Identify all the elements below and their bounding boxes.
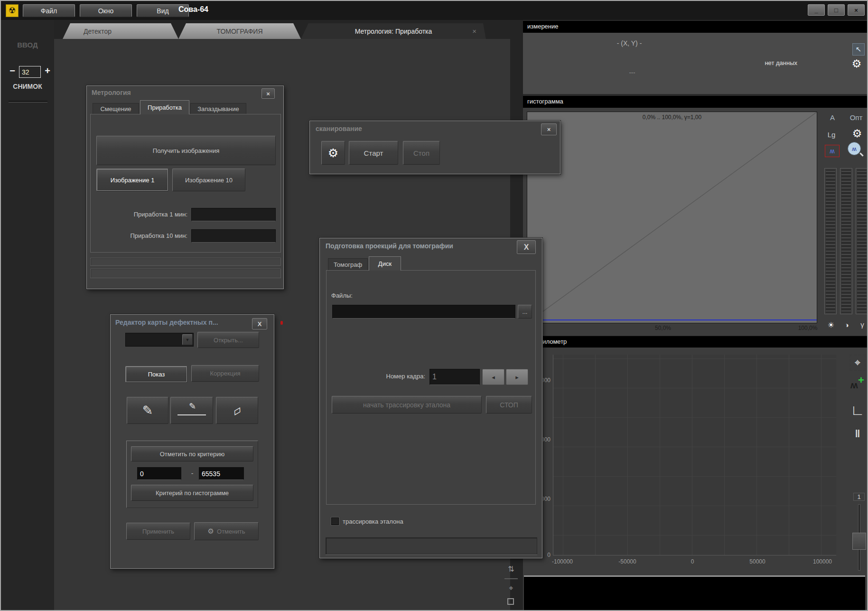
preparation-tab-tomograph[interactable]: Томограф (328, 258, 368, 271)
pencil-icon: ✎ (142, 403, 153, 418)
x-tick-1: -50000 (608, 558, 646, 565)
gear-icon[interactable]: ⚙ (849, 56, 864, 71)
files-input[interactable] (332, 305, 515, 319)
erase-line-tool-button[interactable]: ✎ (170, 397, 213, 424)
start-trace-button[interactable]: начать трассировку эталона (332, 396, 482, 414)
gamma-slider[interactable] (856, 168, 868, 314)
metrology-tab-offset[interactable]: Смещение (93, 103, 139, 114)
brightness-slider[interactable] (824, 168, 837, 314)
levels-icon[interactable]: ⇅ (504, 563, 518, 575)
next-frame-button[interactable]: ▸ (506, 369, 528, 385)
defect-editor-close-button[interactable]: X (252, 318, 267, 329)
map-combobox[interactable]: ▼ (125, 333, 194, 347)
image-1-button[interactable]: Изображение 1 (96, 169, 168, 191)
prev-frame-button[interactable]: ◂ (482, 369, 504, 385)
runin-10-input[interactable] (191, 229, 276, 243)
lut-line (527, 112, 817, 323)
runin-1-label: Приработка 1 мин: (96, 211, 187, 218)
open-map-button[interactable]: Открыть... (197, 332, 259, 348)
add-curve-icon[interactable]: ʍ + (849, 376, 866, 394)
markers-icon[interactable]: ‖ (849, 424, 866, 443)
metrology-dialog-title: Метрология (92, 89, 131, 96)
scan-stop-button[interactable]: Стоп (403, 141, 440, 165)
preparation-tab-disk[interactable]: Диск (369, 256, 401, 271)
cursor-icon[interactable]: ↖ (852, 43, 865, 56)
dropdown-icon[interactable]: ▼ (182, 334, 193, 345)
mark-by-criterion-button[interactable]: Отметить по критерию (131, 446, 253, 461)
x-tick-0: -100000 (543, 558, 581, 565)
tab-metrology[interactable]: Метрология: Приработка × (301, 23, 486, 39)
mode-lg-toggle[interactable]: Lg (825, 131, 838, 139)
metrology-tab-runin[interactable]: Приработка (140, 100, 189, 114)
scanning-close-button[interactable]: × (541, 123, 557, 135)
cancel-button[interactable]: ⚙ Отменить (194, 522, 259, 540)
hist-tick-50: 50,0% (642, 325, 684, 331)
x-tick-2: 0 (673, 558, 711, 565)
tab-tomography[interactable]: ТОМОГРАФИЯ (178, 23, 301, 39)
crosshair-icon[interactable]: ⌖ (504, 582, 518, 594)
fit-view-icon[interactable]: ⌖ (849, 355, 866, 371)
minimize-button[interactable]: _ (808, 4, 825, 16)
profilometer-panel-header: профилометр (523, 336, 867, 348)
trace-checkbox-label: трассировка эталона (343, 518, 403, 525)
gear-icon: ⚙ (328, 146, 338, 160)
cancel-gear-icon: ⚙ (208, 527, 214, 536)
snapshot-label: СНИМОК (1, 83, 54, 90)
runin-1-input[interactable] (191, 208, 276, 221)
metrology-close-button[interactable]: × (261, 88, 275, 99)
hist-tick-100: 100,0% (789, 325, 827, 331)
no-data-label: нет данных (740, 59, 797, 66)
preparation-close-button[interactable]: X (517, 240, 536, 254)
measurement-panel: - (X, Y) - нет данных --- ↖ ⚙ (523, 33, 867, 94)
eraser-icon: ▱ (230, 403, 244, 418)
criterion-by-histogram-button[interactable]: Критерий по гистограмме (131, 485, 253, 501)
histogram-zoom-icon[interactable]: ʍ (848, 142, 864, 158)
trace-stop-button[interactable]: СТОП (486, 396, 532, 414)
menu-window-button[interactable]: Окно (80, 4, 132, 17)
close-button[interactable]: × (848, 4, 865, 16)
histogram-plot[interactable]: 0,0% .. 100,0%, γ=1,00 (527, 112, 817, 323)
menu-file-button[interactable]: Файл (23, 4, 75, 17)
snapshot-minus-button[interactable]: − (7, 66, 18, 76)
mode-a-toggle[interactable]: А (827, 113, 838, 122)
get-images-button[interactable]: Получить изображения (96, 136, 276, 165)
show-button[interactable]: Показ (125, 366, 187, 383)
maximize-button[interactable]: □ (828, 4, 845, 16)
main-tab-strip: Детектор ТОМОГРАФИЯ Метрология: Приработ… (54, 20, 513, 39)
metrology-tab-lag[interactable]: Запаздывание (190, 103, 246, 114)
histogram-gear-icon[interactable]: ⚙ (850, 127, 864, 140)
histogram-panel: 0,0% .. 100,0%, γ=1,00 50,0% 100,0% А Оп… (523, 108, 867, 336)
apply-button[interactable]: Применить (126, 523, 190, 540)
scanning-settings-button[interactable]: ⚙ (321, 141, 345, 165)
scale-slider-handle[interactable] (852, 533, 866, 550)
title-bar: ☢ Файл Окно Вид Сова-64 _ □ × (1, 1, 867, 20)
snapshot-plus-button[interactable]: + (42, 66, 53, 76)
histogram-curve-icon[interactable]: ʍ (825, 145, 840, 157)
right-arrow-icon: ▸ (515, 374, 519, 381)
small-pencil-icon: ✎ (189, 401, 196, 412)
range-from-input[interactable] (137, 467, 181, 480)
image-10-button[interactable]: Изображение 10 (172, 169, 245, 191)
browse-button[interactable]: ... (518, 305, 532, 319)
trace-checkbox[interactable] (331, 517, 339, 525)
contrast-slider[interactable] (840, 168, 852, 314)
square-icon[interactable] (507, 598, 514, 605)
scanning-dialog: сканирование × ⚙ Старт Стоп (309, 121, 560, 174)
contrast-icon: ◑ (841, 321, 852, 329)
frame-number-input[interactable] (429, 369, 480, 385)
snapshot-count-input[interactable] (19, 66, 41, 78)
tab-detector[interactable]: Детектор (63, 23, 178, 39)
plus-icon: + (858, 374, 864, 386)
axes-icon[interactable]: ∟ (849, 401, 866, 420)
app-window: ☢ Файл Окно Вид Сова-64 _ □ × ВВОД − + С… (0, 0, 868, 611)
range-dash: - (186, 470, 199, 477)
range-to-input[interactable] (199, 467, 244, 480)
correction-button[interactable]: Коррекция (191, 365, 259, 382)
close-tab-icon[interactable]: × (472, 27, 476, 35)
profilometer-plot[interactable] (553, 355, 836, 555)
eraser-tool-button[interactable]: ▱ (216, 397, 258, 424)
toolbar-divider (504, 578, 518, 579)
mode-opt-toggle[interactable]: Опт (847, 113, 866, 122)
scan-start-button[interactable]: Старт (349, 141, 398, 165)
pencil-tool-button[interactable]: ✎ (127, 397, 168, 424)
